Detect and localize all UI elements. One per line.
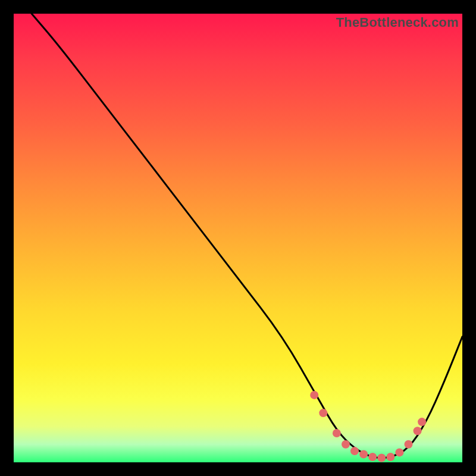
plot-area xyxy=(14,14,462,462)
watermark-text: TheBottleneck.com xyxy=(336,15,459,30)
chart-frame: TheBottleneck.com xyxy=(14,14,462,462)
